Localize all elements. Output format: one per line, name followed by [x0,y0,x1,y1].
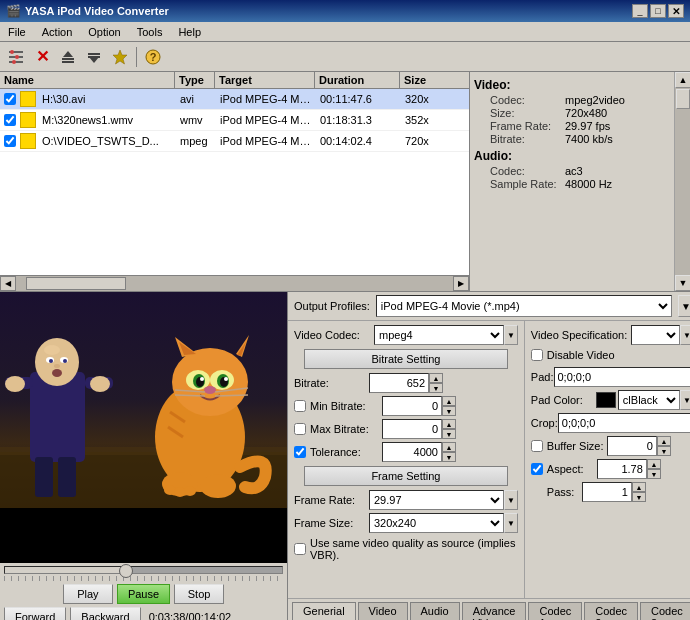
info-scroll-up-btn[interactable]: ▲ [675,72,690,88]
file-check-3[interactable] [4,135,16,147]
buffer-check[interactable] [531,440,543,452]
progress-track[interactable] [4,566,283,574]
stop-button[interactable]: Stop [174,584,224,604]
disable-video-check[interactable] [531,349,543,361]
hscroll-track[interactable] [16,276,453,291]
pad-color-dropdown-btn[interactable]: ▼ [680,390,690,410]
max-bitrate-check[interactable] [294,423,306,435]
aspect-down-btn[interactable]: ▼ [647,469,661,479]
aspect-up-btn[interactable]: ▲ [647,459,661,469]
tabs-bar: Generial Video Audio Advance Video Codec… [288,598,690,620]
svg-point-4 [15,55,19,59]
min-bitrate-down-btn[interactable]: ▼ [442,406,456,416]
info-scroll-down-btn[interactable]: ▼ [675,275,690,291]
bitrate-down-btn[interactable]: ▼ [429,383,443,393]
col-duration-header[interactable]: Duration [315,72,400,88]
min-bitrate-check[interactable] [294,400,306,412]
buffer-up-btn[interactable]: ▲ [657,436,671,446]
table-row[interactable]: M:\320news1.wmv wmv iPod MPEG-4 Mo... 01… [0,110,469,131]
frame-rate-dropdown-btn[interactable]: ▼ [504,490,518,510]
video-spec-select[interactable] [631,325,680,345]
tab-codec2[interactable]: Codec 2 [584,602,638,620]
col-type-header[interactable]: Type [175,72,215,88]
video-codec-select[interactable]: mpeg4 [374,325,504,345]
file-check-1[interactable] [4,93,16,105]
codec-dropdown-btn[interactable]: ▼ [504,325,518,345]
move-down-button[interactable] [82,45,106,69]
tolerance-input[interactable] [382,442,442,462]
min-bitrate-input[interactable] [382,396,442,416]
tolerance-up-btn[interactable]: ▲ [442,442,456,452]
max-bitrate-up-btn[interactable]: ▲ [442,419,456,429]
buffer-down-btn[interactable]: ▼ [657,446,671,456]
menu-tools[interactable]: Tools [133,25,167,39]
pass-up-btn[interactable]: ▲ [632,482,646,492]
star-button[interactable] [108,45,132,69]
crop-input[interactable] [558,413,690,433]
menu-file[interactable]: File [4,25,30,39]
svg-line-49 [175,395,205,396]
settings-button[interactable] [4,45,28,69]
menu-help[interactable]: Help [174,25,205,39]
help-button[interactable]: ? [141,45,165,69]
info-scrollbar[interactable]: ▲ ▼ [674,72,690,291]
close-button[interactable]: ✕ [668,4,684,18]
pass-input[interactable] [582,482,632,502]
bitrate-setting-btn[interactable]: Bitrate Setting [304,349,508,369]
play-button[interactable]: Play [63,584,113,604]
progress-thumb[interactable] [119,564,133,578]
file-check-2[interactable] [4,114,16,126]
bitrate-input[interactable] [369,373,429,393]
hscroll-right-btn[interactable]: ▶ [453,276,469,291]
col-name-header[interactable]: Name [0,72,175,88]
tab-codec1[interactable]: Codec 1 [528,602,582,620]
frame-size-select[interactable]: 320x240 [369,513,504,533]
col-target-header[interactable]: Target [215,72,315,88]
info-scroll-track[interactable] [675,88,690,275]
backward-button[interactable]: Backward [70,607,140,620]
aspect-input[interactable] [597,459,647,479]
hscroll-thumb[interactable] [26,277,126,290]
frame-setting-btn[interactable]: Frame Setting [304,466,508,486]
vbr-check[interactable] [294,543,306,555]
tolerance-check[interactable] [294,446,306,458]
video-spec-dropdown-btn[interactable]: ▼ [680,325,690,345]
move-up-button[interactable] [56,45,80,69]
max-bitrate-input[interactable] [382,419,442,439]
aspect-check[interactable] [531,463,543,475]
info-scroll-thumb[interactable] [676,89,690,109]
buffer-input[interactable] [607,436,657,456]
min-bitrate-up-btn[interactable]: ▲ [442,396,456,406]
pass-down-btn[interactable]: ▼ [632,492,646,502]
tab-audio[interactable]: Audio [410,602,460,620]
frame-size-dropdown-btn[interactable]: ▼ [504,513,518,533]
pad-color-select[interactable]: clBlack [618,390,680,410]
hscroll-left-btn[interactable]: ◀ [0,276,16,291]
menu-action[interactable]: Action [38,25,77,39]
menu-option[interactable]: Option [84,25,124,39]
profile-dropdown-btn[interactable]: ▼ [678,295,690,317]
tab-generial[interactable]: Generial [292,602,356,620]
tolerance-down-btn[interactable]: ▼ [442,452,456,462]
file-target-3: iPod MPEG-4 Mo... [216,134,316,148]
tab-video[interactable]: Video [358,602,408,620]
table-row[interactable]: O:\VIDEO_TSWTS_D... mpeg iPod MPEG-4 Mo.… [0,131,469,152]
output-profile-select[interactable]: iPod MPEG-4 Movie (*.mp4) [376,295,672,317]
max-bitrate-down-btn[interactable]: ▼ [442,429,456,439]
file-name-1: H:\30.avi [38,92,176,106]
pad-input[interactable] [554,367,691,387]
file-list[interactable]: H:\30.avi avi iPod MPEG-4 Mo... 00:11:47… [0,89,469,275]
table-row[interactable]: H:\30.avi avi iPod MPEG-4 Mo... 00:11:47… [0,89,469,110]
delete-button[interactable]: ✕ [30,45,54,69]
forward-button[interactable]: Forward [4,607,66,620]
tab-advance-video[interactable]: Advance Video [462,602,527,620]
tab-codec3[interactable]: Codec 3 [640,602,690,620]
file-list-hscroll[interactable]: ◀ ▶ [0,275,469,291]
col-size-header[interactable]: Size [400,72,440,88]
frame-rate-select[interactable]: 29.97 [369,490,504,510]
bitrate-up-btn[interactable]: ▲ [429,373,443,383]
pause-button[interactable]: Pause [117,584,170,604]
maximize-button[interactable]: □ [650,4,666,18]
svg-point-56 [164,485,176,495]
minimize-button[interactable]: _ [632,4,648,18]
